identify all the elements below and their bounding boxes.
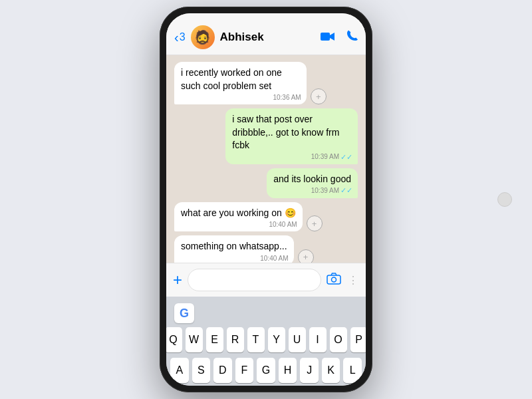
key-a[interactable]: A — [170, 358, 189, 383]
back-button[interactable]: ‹ 3 — [174, 31, 190, 44]
react-button[interactable]: + — [307, 215, 323, 231]
svg-rect-1 — [327, 275, 340, 284]
message-text: what are you working on 😊 — [181, 207, 296, 218]
message-bubble: i recently worked on one such cool probl… — [174, 62, 307, 104]
keyboard-toolbar: G — [169, 301, 363, 327]
key-row-1: Q W E R T Y U I O P — [170, 327, 362, 352]
video-call-icon[interactable] — [321, 30, 335, 45]
key-l[interactable]: L — [343, 358, 362, 383]
message-time: 10:39 AM ✓✓ — [311, 186, 352, 196]
key-r[interactable]: R — [227, 327, 244, 352]
key-u[interactable]: U — [289, 327, 306, 352]
keyboard: G Q W E R T Y U I O P A S D — [166, 297, 366, 386]
key-i[interactable]: I — [309, 327, 327, 352]
message-bubble: what are you working on 😊 10:40 AM — [174, 202, 303, 232]
key-s[interactable]: S — [192, 358, 211, 383]
phone-frame: ‹ 3 🧔 Abhisek — [160, 7, 372, 392]
chat-header: ‹ 3 🧔 Abhisek — [166, 13, 366, 55]
back-count[interactable]: 3 — [180, 31, 186, 43]
message-text: i saw that post over dribbble,.. got to … — [232, 114, 339, 150]
key-row-2: A S D F G H J K L — [170, 358, 362, 383]
avatar: 🧔 — [191, 25, 215, 49]
phone-screen: ‹ 3 🧔 Abhisek — [166, 13, 366, 386]
key-f[interactable]: F — [235, 358, 254, 383]
key-o[interactable]: O — [330, 327, 347, 352]
phone-call-icon[interactable] — [346, 30, 358, 45]
message-time: 10:40 AM — [260, 254, 288, 263]
message-text: something on whatsapp... — [181, 241, 287, 251]
input-area: + ⋮ — [166, 263, 366, 297]
mic-icon[interactable] — [365, 271, 366, 289]
read-ticks: ✓✓ — [340, 186, 352, 196]
camera-icon[interactable] — [327, 273, 341, 288]
key-q[interactable]: Q — [166, 327, 182, 352]
google-search-button[interactable]: G — [174, 303, 194, 323]
divider: ⋮ — [348, 274, 358, 287]
key-t[interactable]: T — [247, 327, 265, 352]
message-bubble: and its lookin good 10:39 AM ✓✓ — [267, 168, 358, 198]
key-k[interactable]: K — [322, 358, 340, 383]
avatar-emoji: 🧔 — [194, 31, 211, 44]
react-button[interactable]: + — [311, 88, 327, 104]
input-row: + ⋮ — [173, 269, 359, 291]
key-y[interactable]: Y — [268, 327, 285, 352]
message-row: i recently worked on one such cool probl… — [174, 62, 358, 104]
read-ticks: ✓✓ — [340, 152, 352, 162]
back-chevron-icon: ‹ — [174, 31, 179, 44]
header-actions — [321, 30, 358, 45]
message-text: i recently worked on one such cool probl… — [181, 67, 282, 91]
message-bubble: i saw that post over dribbble,.. got to … — [225, 108, 358, 164]
key-j[interactable]: J — [300, 358, 319, 383]
message-row: and its lookin good 10:39 AM ✓✓ — [174, 168, 358, 198]
message-row: something on whatsapp... 10:40 AM + — [174, 235, 358, 263]
contact-name[interactable]: Abhisek — [220, 31, 321, 44]
message-text: and its lookin good — [273, 174, 351, 184]
key-rows: Q W E R T Y U I O P A S D F G H — [169, 327, 363, 383]
key-h[interactable]: H — [279, 358, 297, 383]
key-d[interactable]: D — [213, 358, 232, 383]
input-icon-group: ⋮ — [327, 271, 366, 289]
message-time: 10:36 AM — [273, 93, 301, 102]
svg-point-2 — [332, 277, 336, 282]
react-button[interactable]: + — [298, 249, 314, 263]
message-input[interactable] — [188, 269, 321, 291]
chat-area: i recently worked on one such cool probl… — [166, 55, 366, 263]
attach-button[interactable]: + — [173, 272, 182, 288]
svg-rect-0 — [321, 33, 330, 41]
key-e[interactable]: E — [206, 327, 223, 352]
message-row: i saw that post over dribbble,.. got to … — [174, 108, 358, 164]
message-row: what are you working on 😊 10:40 AM + — [174, 202, 358, 232]
key-p[interactable]: P — [350, 327, 366, 352]
message-time: 10:40 AM — [269, 220, 297, 229]
key-w[interactable]: W — [186, 327, 203, 352]
message-bubble: something on whatsapp... 10:40 AM — [174, 235, 294, 263]
message-time: 10:39 AM ✓✓ — [311, 152, 352, 162]
key-g[interactable]: G — [257, 358, 275, 383]
scroll-indicator — [497, 192, 512, 207]
